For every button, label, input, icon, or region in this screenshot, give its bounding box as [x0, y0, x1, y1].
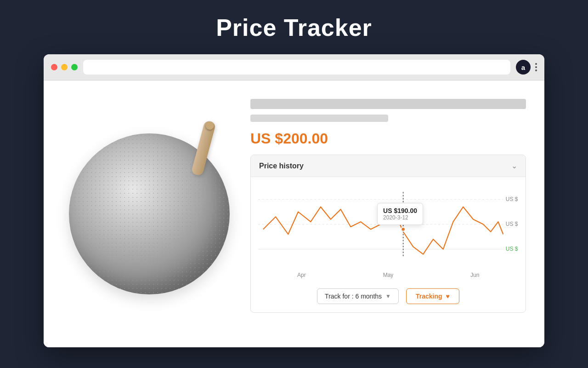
svg-text:US $200.00: US $200.00 — [506, 221, 518, 227]
svg-point-4 — [401, 227, 405, 231]
close-button[interactable] — [51, 64, 57, 70]
product-image-container — [62, 94, 237, 334]
x-label-jun: Jun — [431, 272, 518, 278]
heart-icon: ♥ — [446, 293, 450, 300]
price-history-header: Price history ⌄ — [251, 155, 526, 177]
speaker-strap — [191, 120, 216, 176]
x-label-apr: Apr — [258, 272, 345, 278]
product-image — [69, 133, 230, 294]
track-label: Track for : 6 months — [325, 293, 382, 300]
browser-window: a US $200.00 Price history — [44, 54, 544, 347]
svg-text:US $229.00: US $229.00 — [506, 196, 518, 202]
x-label-may: May — [345, 272, 432, 278]
tracking-label: Tracking — [416, 293, 442, 300]
maximize-button[interactable] — [71, 64, 78, 70]
track-dropdown[interactable]: Track for : 6 months ▼ — [317, 288, 399, 304]
product-info: US $200.00 Price history ⌄ — [250, 94, 526, 334]
minimize-button[interactable] — [61, 64, 68, 70]
menu-icon[interactable] — [535, 63, 537, 71]
amazon-icon: a — [516, 60, 531, 75]
chart-area: US $229.00 US $200.00 US $170.00 US $190… — [251, 177, 526, 269]
browser-toolbar: a — [44, 54, 544, 80]
page-title: Price Tracker — [216, 14, 372, 41]
product-price: US $200.00 — [250, 130, 526, 147]
product-subtitle-bar — [250, 115, 388, 122]
product-title-bar — [250, 99, 526, 109]
traffic-lights — [51, 64, 78, 70]
chart-tooltip: US $190.00 2020-3-12 — [377, 203, 423, 225]
chevron-down-icon[interactable]: ⌄ — [511, 161, 517, 170]
tooltip-date: 2020-3-12 — [383, 214, 417, 221]
price-history-title: Price history — [259, 162, 304, 170]
price-chart: US $229.00 US $200.00 US $170.00 — [258, 184, 518, 269]
tracking-button[interactable]: Tracking ♥ — [406, 288, 459, 304]
browser-content: US $200.00 Price history ⌄ — [44, 80, 544, 347]
chart-x-labels: Apr May Jun — [251, 269, 526, 283]
tooltip-price: US $190.00 — [383, 207, 417, 214]
chart-actions: Track for : 6 months ▼ Tracking ♥ — [251, 283, 526, 312]
browser-icons: a — [516, 60, 537, 75]
address-bar[interactable] — [83, 60, 510, 75]
svg-text:US $170.00: US $170.00 — [506, 246, 518, 252]
dropdown-arrow-icon: ▼ — [385, 293, 391, 299]
price-history-card: Price history ⌄ — [250, 155, 526, 313]
